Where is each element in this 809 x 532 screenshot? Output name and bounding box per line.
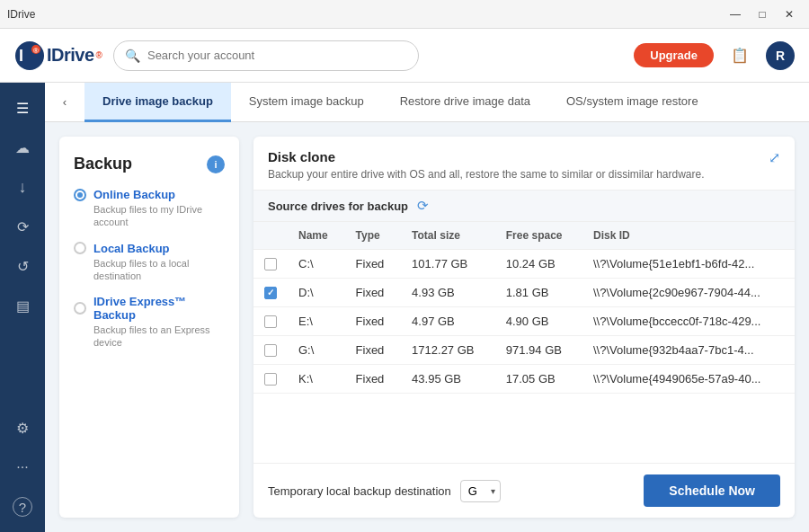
online-backup-radio[interactable] xyxy=(74,189,86,201)
refresh-button[interactable]: ⟳ xyxy=(417,198,429,214)
tab-restore-drive-image[interactable]: Restore drive image data xyxy=(382,83,548,122)
tab-system-image-backup[interactable]: System image backup xyxy=(231,83,382,122)
panel-title-row: Backup i xyxy=(74,155,225,173)
express-backup-row: IDrive Express™ Backup xyxy=(74,295,225,322)
sidebar-item-download[interactable]: ↓ xyxy=(4,169,40,205)
local-backup-radio[interactable] xyxy=(74,242,86,254)
col-header-total-size: Total size xyxy=(401,222,495,250)
sidebar-item-cloud[interactable]: ☁ xyxy=(4,129,40,165)
menu-icon: ☰ xyxy=(16,100,29,117)
checkbox-cell-2[interactable] xyxy=(253,307,288,336)
content-area: ‹ Drive image backup System image backup… xyxy=(45,83,809,532)
sidebar-item-chat[interactable]: ··· xyxy=(4,449,40,485)
drive-checkbox-4[interactable] xyxy=(264,373,277,386)
col-header-checkbox xyxy=(253,222,288,250)
drive-free-space-4: 17.05 GB xyxy=(495,365,582,394)
drive-name-1: D:\ xyxy=(288,279,345,307)
drive-total-size-1: 4.93 GB xyxy=(401,279,495,307)
sidebar-item-history[interactable]: ⟳ xyxy=(4,208,40,244)
drive-name-2: E:\ xyxy=(288,307,345,336)
drive-disk-id-0: \\?\Volume{51e1ebf1-b6fd-42... xyxy=(582,250,795,279)
sidebar-item-settings[interactable]: ⚙ xyxy=(4,410,40,446)
tab-bar: ‹ Drive image backup System image backup… xyxy=(45,83,809,122)
destination-row: Temporary local backup destination GCDEK… xyxy=(268,480,501,502)
drives-table-body: C:\ Fixed 101.77 GB 10.24 GB \\?\Volume{… xyxy=(253,250,795,394)
drive-disk-id-3: \\?\Volume{932b4aa7-7bc1-4... xyxy=(582,336,795,365)
checkbox-cell-3[interactable] xyxy=(253,336,288,365)
express-backup-option[interactable]: IDrive Express™ Backup Backup files to a… xyxy=(74,295,225,350)
drive-type-1: Fixed xyxy=(345,279,402,307)
help-icon: ? xyxy=(13,497,32,517)
close-button[interactable]: ✕ xyxy=(777,5,802,23)
drive-free-space-0: 10.24 GB xyxy=(495,250,582,279)
col-header-type: Type xyxy=(345,222,402,250)
avatar-button[interactable]: R xyxy=(766,41,795,70)
tab-drive-image-backup[interactable]: Drive image backup xyxy=(84,83,231,122)
destination-select-wrapper[interactable]: GCDEK ▾ xyxy=(460,480,501,502)
source-drives-label: Source drives for backup xyxy=(268,200,408,213)
search-input[interactable] xyxy=(147,49,407,62)
col-header-name: Name xyxy=(288,222,345,250)
backup-options-panel: Backup i Online Backup Backup files to m… xyxy=(59,137,239,518)
search-box[interactable]: 🔍 xyxy=(113,40,419,71)
drive-name-3: G:\ xyxy=(288,336,345,365)
online-backup-row: Online Backup xyxy=(74,188,225,201)
history-icon: ⟳ xyxy=(17,218,29,235)
drive-total-size-0: 101.77 GB xyxy=(401,250,495,279)
info-icon[interactable]: i xyxy=(207,155,225,173)
title-bar-label: IDrive xyxy=(7,8,35,21)
drive-total-size-4: 43.95 GB xyxy=(401,365,495,394)
drive-disk-id-4: \\?\Volume{4949065e-57a9-40... xyxy=(582,365,795,394)
drive-type-3: Fixed xyxy=(345,336,402,365)
destination-label: Temporary local backup destination xyxy=(268,484,451,498)
sidebar-item-menu[interactable]: ☰ xyxy=(4,90,40,126)
checkbox-cell-0[interactable] xyxy=(253,250,288,279)
table-row: G:\ Fixed 1712.27 GB 971.94 GB \\?\Volum… xyxy=(253,336,795,365)
checkbox-cell-4[interactable] xyxy=(253,365,288,394)
drive-total-size-2: 4.97 GB xyxy=(401,307,495,336)
express-backup-label: IDrive Express™ Backup xyxy=(93,295,225,322)
drive-checkbox-3[interactable] xyxy=(264,344,277,357)
online-backup-option[interactable]: Online Backup Backup files to my IDrive … xyxy=(74,188,225,229)
bottom-bar: Temporary local backup destination GCDEK… xyxy=(253,463,795,518)
table-row: E:\ Fixed 4.97 GB 4.90 GB \\?\Volume{bcc… xyxy=(253,307,795,336)
drive-disk-id-1: \\?\Volume{2c90e967-7904-44... xyxy=(582,279,795,307)
svg-text:I: I xyxy=(19,47,23,65)
upgrade-button[interactable]: Upgrade xyxy=(634,43,714,67)
maximize-button[interactable]: □ xyxy=(750,5,775,23)
notifications-button[interactable]: 📋 xyxy=(725,40,755,71)
tab-os-system-restore[interactable]: OS/system image restore xyxy=(548,83,716,122)
schedule-now-button[interactable]: Schedule Now xyxy=(644,474,780,507)
expand-icon[interactable]: ⤢ xyxy=(769,149,780,166)
page-content: Backup i Online Backup Backup files to m… xyxy=(45,122,809,532)
minimize-button[interactable]: — xyxy=(723,5,748,23)
sidebar-item-drive[interactable]: ▤ xyxy=(4,288,40,324)
drive-type-4: Fixed xyxy=(345,365,402,394)
sidebar: ☰ ☁ ↓ ⟳ ↺ ▤ ⚙ ··· ? xyxy=(0,83,45,532)
checkbox-cell-1[interactable]: ✓ xyxy=(253,279,288,307)
disk-clone-title: Disk clone xyxy=(268,149,705,164)
express-backup-radio[interactable] xyxy=(74,302,86,315)
drive-checkbox-0[interactable] xyxy=(264,258,277,270)
local-backup-row: Local Backup xyxy=(74,242,225,255)
header-right: Upgrade 📋 R xyxy=(634,40,795,71)
drive-checkbox-2[interactable] xyxy=(264,315,277,328)
cloud-icon: ☁ xyxy=(15,139,30,156)
search-icon: 🔍 xyxy=(125,49,140,63)
local-backup-label: Local Backup xyxy=(93,242,170,255)
express-backup-desc: Backup files to an Express device xyxy=(74,324,225,350)
table-row: ✓ D:\ Fixed 4.93 GB 1.81 GB \\?\Volume{2… xyxy=(253,279,795,307)
sidebar-item-sync[interactable]: ↺ xyxy=(4,248,40,284)
online-backup-desc: Backup files to my IDrive account xyxy=(74,203,225,229)
disk-clone-desc: Backup your entire drive with OS and all… xyxy=(268,168,705,181)
back-icon: ‹ xyxy=(63,95,67,109)
drives-data-table: Name Type Total size Free space Disk ID … xyxy=(253,222,795,394)
drive-name-0: C:\ xyxy=(288,250,345,279)
sidebar-item-help[interactable]: ? xyxy=(4,489,40,525)
back-button[interactable]: ‹ xyxy=(49,86,81,119)
destination-select[interactable]: GCDEK xyxy=(460,480,501,502)
drive-type-0: Fixed xyxy=(345,250,402,279)
drive-checkbox-1[interactable]: ✓ xyxy=(264,287,277,299)
table-row: C:\ Fixed 101.77 GB 10.24 GB \\?\Volume{… xyxy=(253,250,795,279)
local-backup-option[interactable]: Local Backup Backup files to a local des… xyxy=(74,242,225,283)
